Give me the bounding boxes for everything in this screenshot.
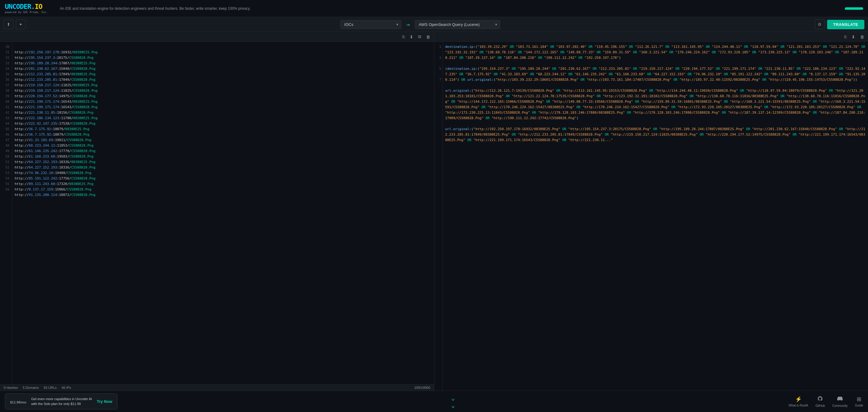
ips-count: 46 IPs xyxy=(62,386,71,389)
output-editor-area[interactable]: 1 3 5 7 destination.ip:("103.39.232.29" … xyxy=(434,42,868,391)
footer-link-guide[interactable]: ⊞ Guide xyxy=(855,396,863,407)
input-status-bar: 0 Hashes 5 Domains 56 URLs 46 IPs 109/10… xyxy=(0,384,434,391)
filter-input-button[interactable]: ⧉ xyxy=(417,34,423,40)
logo-uncoder-text: UNCODER xyxy=(5,3,31,10)
footer-link-community[interactable]: Community xyxy=(832,396,848,407)
promo-per-month: /mo xyxy=(21,401,27,404)
promo-price: $11.99/mo xyxy=(10,398,26,405)
copy-output-button[interactable]: ⎘ xyxy=(843,34,848,40)
input-line-numbers: 3031323334 3536373839 4041424344 4546474… xyxy=(0,42,12,384)
output-lang-wrapper: AWS OpenSearch Query (Lucene) ▼ xyxy=(415,20,500,29)
input-code-content[interactable]: http://192.250.197.178:16932/08388E25.Pn… xyxy=(12,42,434,384)
output-line-numbers: 1 3 5 7 xyxy=(434,42,443,391)
download-output-button[interactable]: ⬇ xyxy=(850,34,857,40)
line-count: 109/10000 xyxy=(414,386,430,389)
community-label: Community xyxy=(832,404,848,407)
translate-button[interactable]: TRANSLATE xyxy=(827,20,864,29)
input-editor-panel: ⎘ ⬇ ⧉ 🗑 3031323334 3536373839 4041424344… xyxy=(0,32,434,391)
logo-dot: . xyxy=(31,3,35,10)
upload-button[interactable]: ⬆ xyxy=(4,20,13,29)
output-code-content[interactable]: destination.ip:("103.39.232.29" OR "103.… xyxy=(443,42,868,391)
ai-button[interactable]: ✦ xyxy=(16,20,26,29)
guide-label: Guide xyxy=(855,404,863,407)
input-lang-select[interactable]: IOCs xyxy=(340,20,401,29)
logo-io-text: IO xyxy=(35,3,42,10)
download-input-button[interactable]: ⬇ xyxy=(408,34,414,40)
output-editor-toolbar: ⎘ ⬇ 🗑 xyxy=(434,32,868,42)
copy-input-button[interactable]: ⎘ xyxy=(401,34,406,40)
settings-button[interactable]: ⚙ xyxy=(815,20,825,29)
logo: UNCODER.IO xyxy=(5,3,54,10)
input-editor-toolbar: ⎘ ⬇ ⧉ 🗑 xyxy=(0,32,434,42)
delete-output-button[interactable]: 🗑 xyxy=(859,34,866,40)
main-content: ⎘ ⬇ ⧉ 🗑 3031323334 3536373839 4041424344… xyxy=(0,32,868,391)
output-editor-panel: ⎘ ⬇ 🗑 1 3 5 7 destination.ip:("103.39.23… xyxy=(434,32,868,391)
roota-icon: ⚡ xyxy=(795,396,802,403)
urls-count: 56 URLs xyxy=(43,386,57,389)
promo-description: Get even more capabilities in Uncoder AI… xyxy=(31,397,92,406)
chevron-down-icon[interactable]: ⌄ xyxy=(451,394,455,402)
chevron-down-icon-2[interactable]: ⌄ xyxy=(451,402,455,409)
hashes-count: 0 Hashes xyxy=(4,386,18,389)
toolbar: ⬆ ✦ IOCs ▼ → AWS OpenSearch Query (Lucen… xyxy=(0,17,868,32)
roota-label: What is RootA xyxy=(789,404,808,407)
github-icon xyxy=(817,396,823,403)
direction-arrow-icon: → xyxy=(406,21,410,28)
guide-icon: ⊞ xyxy=(857,396,861,403)
bottom-bar: $11.99/mo Get even more capabilities in … xyxy=(0,391,868,412)
header-indicator xyxy=(845,7,863,10)
footer-link-github[interactable]: GitHub xyxy=(815,396,825,407)
scroll-chevron-area: ⌄ ⌄ xyxy=(451,394,455,409)
promo-price-text: $11.99/mo xyxy=(10,398,26,405)
promo-box: $11.99/mo Get even more capabilities in … xyxy=(5,393,117,410)
delete-input-button[interactable]: 🗑 xyxy=(425,34,432,40)
github-label: GitHub xyxy=(815,404,825,407)
input-editor-area[interactable]: 3031323334 3536373839 4041424344 4546474… xyxy=(0,42,434,384)
domains-count: 5 Domains xyxy=(23,386,39,389)
header-tagline: An IDE and translation engine for detect… xyxy=(60,6,839,11)
community-icon xyxy=(837,396,843,403)
logo-container: UNCODER.IO powered by SOC Prime, Inc. xyxy=(5,3,54,14)
footer-links: ⚡ What is RootA GitHub Community ⊞ Guide xyxy=(789,396,863,407)
logo-powered: powered by SOC Prime, Inc. xyxy=(5,11,54,14)
promo-try-button[interactable]: Try Now xyxy=(97,399,113,404)
output-lang-select[interactable]: AWS OpenSearch Query (Lucene) xyxy=(415,20,500,29)
header: UNCODER.IO powered by SOC Prime, Inc. An… xyxy=(0,0,868,17)
footer-link-roota[interactable]: ⚡ What is RootA xyxy=(789,396,808,407)
input-lang-wrapper: IOCs ▼ xyxy=(340,20,401,29)
